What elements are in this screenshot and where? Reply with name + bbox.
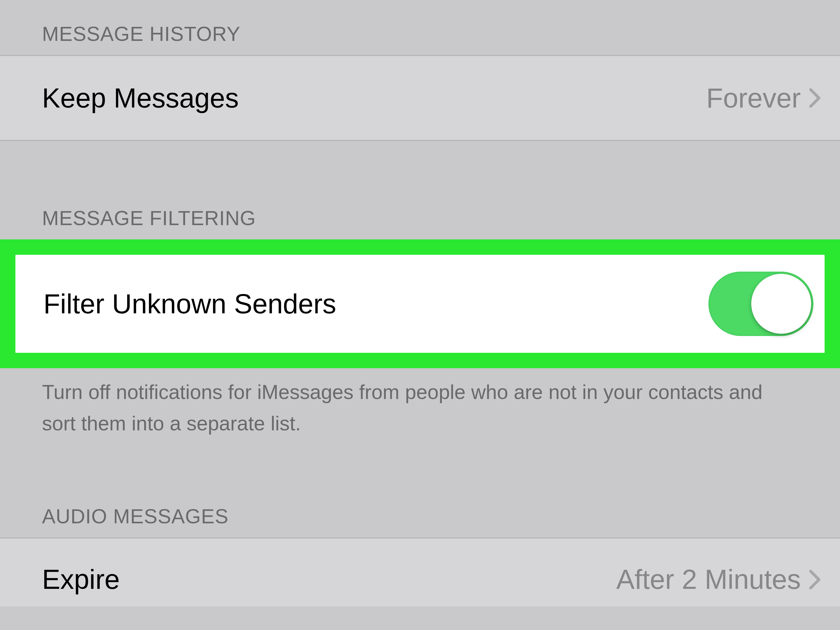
expire-row[interactable]: Expire After 2 Minutes [0,538,840,606]
chevron-right-icon [809,88,820,108]
settings-screen: MESSAGE HISTORY Keep Messages Forever ME… [0,0,840,630]
expire-label: Expire [42,564,120,595]
message-history-group: Keep Messages Forever [0,55,840,141]
filter-unknown-senders-row[interactable]: Filter Unknown Senders [16,255,824,353]
highlighted-annotation: Filter Unknown Senders [0,239,840,368]
keep-messages-row[interactable]: Keep Messages Forever [0,56,840,140]
section-header-audio-messages: AUDIO MESSAGES [0,439,840,538]
keep-messages-label: Keep Messages [42,82,239,114]
audio-messages-group: Expire After 2 Minutes [0,538,840,606]
expire-value: After 2 Minutes [616,564,801,595]
section-header-message-filtering: MESSAGE FILTERING [0,141,840,239]
filter-unknown-label: Filter Unknown Senders [43,288,336,320]
keep-messages-value: Forever [706,82,801,114]
chevron-right-icon [809,570,820,589]
keep-messages-right: Forever [706,82,820,114]
filter-unknown-footer: Turn off notifications for iMessages fro… [0,368,840,439]
toggle-knob [751,274,811,334]
filter-unknown-toggle[interactable] [708,272,813,336]
expire-right: After 2 Minutes [616,564,820,595]
section-header-message-history: MESSAGE HISTORY [0,0,840,55]
